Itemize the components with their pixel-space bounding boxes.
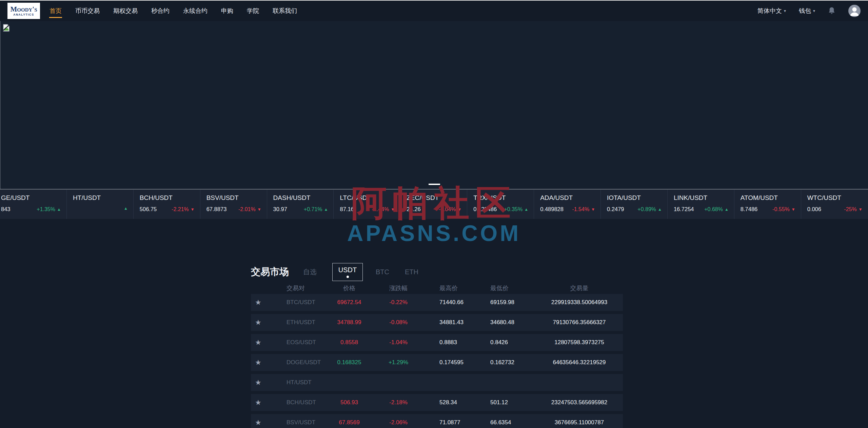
row-high: 0.8883 (434, 339, 485, 346)
ticker-price: 0.2479 (607, 206, 624, 212)
arrow-down-icon: ▼ (257, 207, 261, 212)
ticker-change: -2.01% ▼ (238, 206, 261, 212)
nav-item-academy[interactable]: 学院 (247, 1, 259, 21)
ticker-pair: GE/USDT (1, 194, 61, 202)
carousel-indicator[interactable] (429, 184, 440, 185)
ticker-change: -0.04% ▼ (439, 206, 462, 212)
ticker-change: -1.44% ▼ (372, 206, 395, 212)
ticker-price: 506.75 (140, 206, 157, 212)
row-price: 34788.99 (336, 319, 363, 326)
table-row-bch-usdt[interactable]: ★BCH/USDT506.93-2.18%528.34501.122324750… (251, 394, 623, 411)
col-high: 最高价 (434, 284, 485, 292)
ticker-change: -25% ▼ (844, 206, 862, 212)
col-change: 涨跌幅 (363, 284, 434, 292)
ticker-strip: GE/USDT843+1.35% ▲HT/USDT ▲BCH/USDT506.7… (0, 190, 868, 219)
nav-item-seconds-contract[interactable]: 秒合约 (151, 1, 170, 21)
notification-bell-icon[interactable] (828, 7, 835, 15)
row-high: 34881.43 (434, 319, 485, 326)
tab-btc[interactable]: BTC (376, 268, 389, 276)
ticker-card-ada-usdt[interactable]: ADA/USDT0.489828-1.54% ▼ (534, 190, 601, 219)
nav-item-spot-trade[interactable]: 币币交易 (75, 1, 100, 21)
nav-item-contact-us[interactable]: 联系我们 (273, 1, 297, 21)
row-pair: ETH/USDT (287, 319, 336, 326)
ticker-card-trx-usdt[interactable]: TRX/USDT0.123486+0.35% ▲ (467, 190, 534, 219)
ticker-card-bsv-usdt[interactable]: BSV/USDT67.8873-2.01% ▼ (200, 190, 267, 219)
ticker-pair: HT/USDT (73, 194, 128, 202)
ticker-pair: LTC/USDT (340, 194, 395, 202)
moodys-logo[interactable]: Moody's ANALYTICS (7, 3, 40, 19)
favorite-star-icon[interactable]: ★ (255, 318, 261, 326)
ticker-card-atom-usdt[interactable]: ATOM/USDT8.7486-0.55% ▼ (734, 190, 801, 219)
table-row-eos-usdt[interactable]: ★EOS/USDT0.8558-1.04%0.88830.84261280759… (251, 334, 623, 351)
favorite-star-icon[interactable]: ★ (255, 338, 261, 346)
user-avatar[interactable] (848, 5, 861, 17)
market-header: 交易市场 自选USDTBTCETH (251, 263, 623, 281)
row-change: -2.06% (363, 419, 434, 426)
favorite-star-icon[interactable]: ★ (255, 358, 261, 366)
row-high: 0.174595 (434, 359, 485, 366)
row-change: -0.08% (363, 319, 434, 326)
ticker-card-zec-usdt[interactable]: ZEC/USDT24.26-0.04% ▼ (400, 190, 467, 219)
nav-item-subscribe[interactable]: 申购 (221, 1, 233, 21)
ticker-change: +1.35% ▲ (37, 206, 61, 212)
ticker-pair: TRX/USDT (473, 194, 528, 202)
broken-image-icon (2, 24, 11, 33)
favorite-star-icon[interactable]: ★ (255, 418, 261, 426)
nav-right: 简体中文 ▾ 钱包 ▾ (757, 5, 861, 17)
navbar: Moody's ANALYTICS 首页币币交易期权交易秒合约永续合约申购学院联… (0, 1, 868, 21)
nav-item-home[interactable]: 首页 (50, 1, 62, 21)
tab-eth[interactable]: ETH (405, 268, 418, 276)
ticker-change: ▲ (124, 206, 128, 211)
ticker-pair: BSV/USDT (206, 194, 261, 202)
hero-banner (0, 21, 868, 189)
row-volume: 79130766.35666327 (536, 319, 623, 326)
ticker-pair: IOTA/USDT (607, 194, 662, 202)
table-row-ht-usdt[interactable]: ★HT/USDT (251, 374, 623, 391)
ticker-card-wtc-usdt[interactable]: WTC/USDT0.006-25% ▼ (801, 190, 868, 219)
ticker-pair: ATOM/USDT (741, 194, 795, 202)
arrow-down-icon: ▼ (591, 207, 595, 212)
favorite-star-icon[interactable]: ★ (255, 298, 261, 306)
row-low: 0.8426 (485, 339, 536, 346)
logo-title: Moody's (11, 5, 37, 13)
row-volume: 64635646.32219529 (536, 359, 623, 366)
table-row-eth-usdt[interactable]: ★ETH/USDT34788.99-0.08%34881.4334680.487… (251, 314, 623, 331)
ticker-card-ge-usdt[interactable]: GE/USDT843+1.35% ▲ (0, 190, 67, 219)
arrow-up-icon: ▲ (324, 207, 328, 212)
ticker-pair: ZEC/USDT (407, 194, 461, 202)
row-price: 0.168325 (336, 359, 363, 366)
tab-favorites[interactable]: 自选 (303, 267, 317, 277)
wallet-label: 钱包 (799, 7, 811, 15)
chevron-down-icon: ▾ (813, 8, 815, 13)
row-volume: 229919338.50064993 (536, 299, 623, 306)
ticker-change: +0.68% ▲ (704, 206, 729, 212)
ticker-pair: ADA/USDT (540, 194, 595, 202)
favorite-star-icon[interactable]: ★ (255, 398, 261, 406)
row-change: +1.29% (363, 359, 434, 366)
row-change: -1.04% (363, 339, 434, 346)
nav-item-perpetual-contract[interactable]: 永续合约 (183, 1, 208, 21)
ticker-price: 8.7486 (741, 206, 757, 212)
row-pair: BSV/USDT (287, 419, 336, 426)
ticker-card-ltc-usdt[interactable]: LTC/USDT87.16-1.44% ▼ (334, 190, 400, 219)
ticker-price: 843 (1, 206, 11, 212)
table-row-bsv-usdt[interactable]: ★BSV/USDT67.8569-2.06%71.087766.63543676… (251, 414, 623, 428)
col-low: 最低价 (485, 284, 536, 292)
tab-usdt[interactable]: USDT (332, 263, 363, 281)
row-volume: 23247503.565695982 (536, 399, 623, 406)
favorite-star-icon[interactable]: ★ (255, 378, 261, 386)
arrow-down-icon: ▼ (191, 207, 195, 212)
ticker-card-link-usdt[interactable]: LINK/USDT16.7254+0.68% ▲ (668, 190, 734, 219)
ticker-card-bch-usdt[interactable]: BCH/USDT506.75-2.21% ▼ (134, 190, 200, 219)
table-row-btc-usdt[interactable]: ★BTC/USDT69672.54-0.22%71440.6669159.982… (251, 294, 623, 311)
language-dropdown[interactable]: 简体中文 ▾ (757, 7, 786, 15)
row-pair: BCH/USDT (287, 399, 336, 406)
table-row-doge-usdt[interactable]: ★DOGE/USDT0.168325+1.29%0.1745950.162732… (251, 354, 623, 371)
ticker-card-dash-usdt[interactable]: DASH/USDT30.97+0.71% ▲ (267, 190, 334, 219)
row-low: 69159.98 (485, 299, 536, 306)
nav-item-options-trade[interactable]: 期权交易 (113, 1, 138, 21)
active-tab-dot-icon (347, 276, 349, 278)
wallet-dropdown[interactable]: 钱包 ▾ (799, 7, 815, 15)
ticker-card-iota-usdt[interactable]: IOTA/USDT0.2479+0.89% ▲ (601, 190, 668, 219)
ticker-card-ht-usdt[interactable]: HT/USDT ▲ (67, 190, 134, 219)
